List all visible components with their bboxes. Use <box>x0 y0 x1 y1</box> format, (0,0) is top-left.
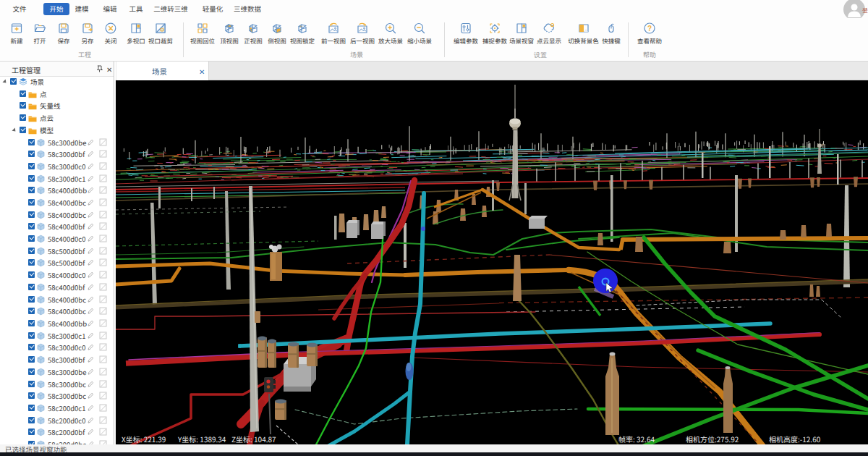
svg-text:Y坐标: 1389.34: Y坐标: 1389.34 <box>177 434 226 444</box>
svg-text:?: ? <box>647 25 652 33</box>
svg-text:相机高度:-12.60: 相机高度:-12.60 <box>769 434 821 444</box>
svg-text:相机方位:275.92: 相机方位:275.92 <box>686 434 739 444</box>
svg-text:Z坐标: 104.87: Z坐标: 104.87 <box>231 434 276 444</box>
svg-text:X坐标: 221.39: X坐标: 221.39 <box>122 434 166 444</box>
svg-text:帧率: 32.64: 帧率: 32.64 <box>618 434 655 444</box>
